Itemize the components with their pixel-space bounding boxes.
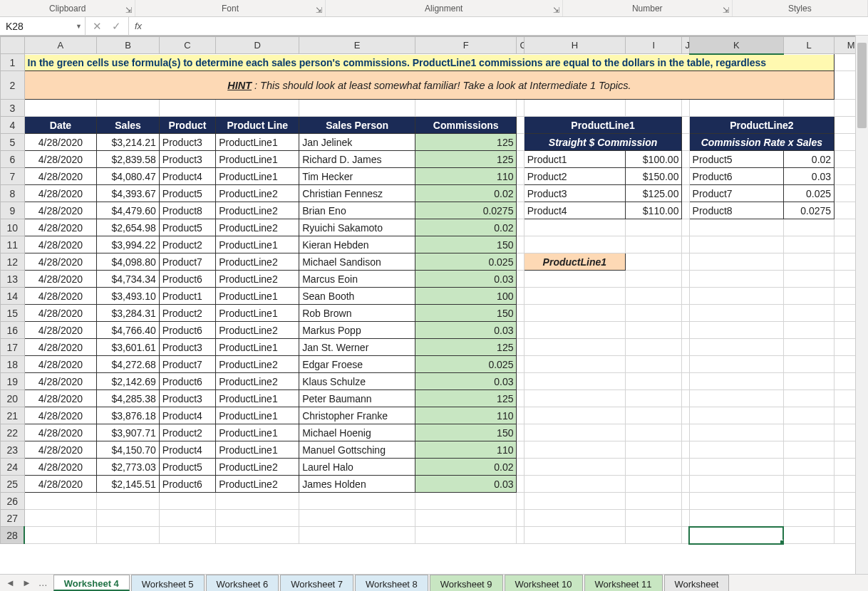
col-header-J[interactable]: J [682,37,689,54]
cell-J9[interactable] [682,202,689,219]
cell-J28[interactable] [682,527,689,544]
cell-K27[interactable] [689,510,783,527]
row-header-17[interactable]: 17 [1,339,25,356]
cell-I13[interactable] [626,271,682,288]
cell-K20[interactable] [689,390,783,407]
cell-E3[interactable] [299,100,415,117]
cell-G9[interactable] [517,202,524,219]
cell-J3[interactable] [682,100,689,117]
hint-banner[interactable]: HINT : This should look at least somewha… [24,71,835,100]
cell-C18[interactable]: Product7 [159,356,215,373]
cell-J23[interactable] [682,441,689,459]
cell-A10[interactable]: 4/28/2020 [24,219,97,236]
cell-I11[interactable] [626,236,682,253]
cell-E16[interactable]: Markus Popp [299,322,415,339]
cell-H18[interactable] [524,356,625,373]
cell-A22[interactable]: 4/28/2020 [24,424,97,441]
row-header-25[interactable]: 25 [1,476,25,493]
fx-label[interactable]: fx [129,17,148,35]
cell-A15[interactable]: 4/28/2020 [24,305,97,322]
cell-D7[interactable]: ProductLine1 [216,168,299,185]
sheet-tab-worksheet-8[interactable]: Worksheet 8 [355,575,428,591]
cell-L26[interactable] [783,493,834,510]
col-header-K[interactable]: K [689,37,783,54]
row-header-6[interactable]: 6 [1,151,25,168]
cell-K16[interactable] [689,322,783,339]
cell-G13[interactable] [517,271,524,288]
sheet-tab-worksheet-11[interactable]: Worksheet 11 [584,575,663,591]
cell-K28[interactable] [689,527,783,544]
cell-I27[interactable] [626,510,682,527]
cell-C24[interactable]: Product5 [159,459,215,476]
cell-L14[interactable] [783,288,834,305]
cell-J17[interactable] [682,339,689,356]
cell-E9[interactable]: Brian Eno [299,202,415,219]
cell-L12[interactable] [783,253,834,271]
cell-G21[interactable] [517,407,524,424]
cell-L13[interactable] [783,271,834,288]
cell-A17[interactable]: 4/28/2020 [24,339,97,356]
cell-H21[interactable] [524,407,625,424]
cell-F19[interactable]: 0.03 [415,373,517,390]
cell-C7[interactable]: Product4 [159,168,215,185]
cell-C27[interactable] [159,510,215,527]
tab-next-icon[interactable]: ► [22,577,31,588]
cell-A6[interactable]: 4/28/2020 [24,151,97,168]
cell-K6[interactable]: Product5 [689,151,783,168]
instruction-banner[interactable]: In the green cells use formula(s) to det… [24,54,835,71]
sheet-tab-worksheet-10[interactable]: Worksheet 10 [505,575,583,591]
cell-B11[interactable]: $3,994.22 [97,236,160,253]
row-header-2[interactable]: 2 [1,71,25,100]
cell-I17[interactable] [626,339,682,356]
cell-I15[interactable] [626,305,682,322]
cell-A28[interactable] [24,527,97,544]
cell-G16[interactable] [517,322,524,339]
col-header-E[interactable]: E [299,37,415,54]
col-header-A[interactable]: A [24,37,97,54]
cell-D17[interactable]: ProductLine1 [216,339,299,356]
row-header-1[interactable]: 1 [1,54,25,71]
cell-C26[interactable] [159,493,215,510]
cell-G19[interactable] [517,373,524,390]
cell-L6[interactable]: 0.02 [783,151,834,168]
row-header-10[interactable]: 10 [1,219,25,236]
cell-A19[interactable]: 4/28/2020 [24,373,97,390]
cell-F12[interactable]: 0.025 [415,253,517,271]
cell-A3[interactable] [24,100,97,117]
cell-L3[interactable] [783,100,834,117]
cell-G22[interactable] [517,424,524,441]
cell-B5[interactable]: $3,214.21 [97,134,160,151]
cell-C9[interactable]: Product8 [159,202,215,219]
cell-C3[interactable] [159,100,215,117]
cell-K11[interactable] [689,236,783,253]
cell-A14[interactable]: 4/28/2020 [24,288,97,305]
cell-L24[interactable] [783,459,834,476]
pl2-subheader[interactable]: Commission Rate x Sales [689,134,835,151]
sheet-tab-worksheet[interactable]: Worksheet [664,575,730,591]
row-header-27[interactable]: 27 [1,510,25,527]
row-header-15[interactable]: 15 [1,305,25,322]
cell-D23[interactable]: ProductLine1 [216,441,299,459]
cell-E28[interactable] [299,527,415,544]
cell-B16[interactable]: $4,766.40 [97,322,160,339]
cell-A11[interactable]: 4/28/2020 [24,236,97,253]
cell-E19[interactable]: Klaus Schulze [299,373,415,390]
cell-H25[interactable] [524,476,625,493]
cell-I18[interactable] [626,356,682,373]
cell-B27[interactable] [97,510,160,527]
cell-E12[interactable]: Michael Sandison [299,253,415,271]
cell-B6[interactable]: $2,839.58 [97,151,160,168]
cell-J10[interactable] [682,219,689,236]
row-header-9[interactable]: 9 [1,202,25,219]
row-header-24[interactable]: 24 [1,459,25,476]
cell-F3[interactable] [415,100,517,117]
col-header-D[interactable]: D [216,37,299,54]
cell-I12[interactable] [626,253,682,271]
cell-F24[interactable]: 0.02 [415,459,517,476]
cell-D20[interactable]: ProductLine1 [216,390,299,407]
cell-I22[interactable] [626,424,682,441]
cell-B24[interactable]: $2,773.03 [97,459,160,476]
cell-C28[interactable] [159,527,215,544]
row-header-14[interactable]: 14 [1,288,25,305]
cell-E22[interactable]: Michael Hoenig [299,424,415,441]
